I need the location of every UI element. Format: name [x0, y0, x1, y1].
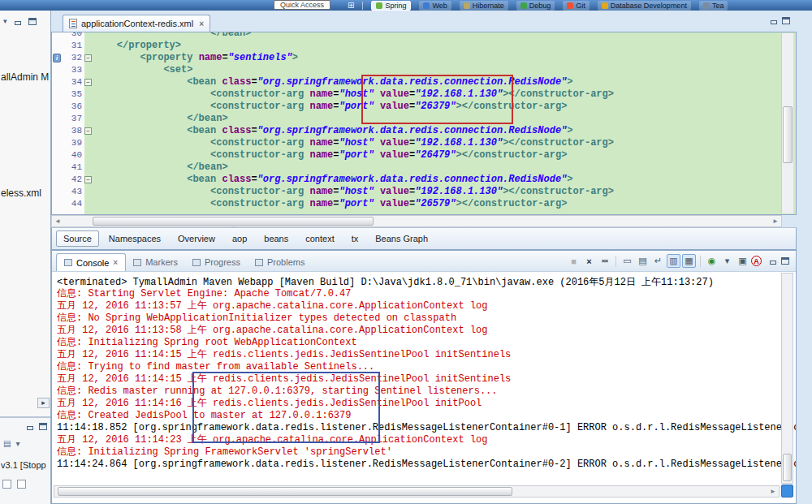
close-tab-icon[interactable]: ×	[199, 19, 204, 28]
fold-marker-icon[interactable]: −	[84, 127, 92, 135]
line-number: 30	[63, 32, 84, 40]
view-menu-icon[interactable]: ▾	[3, 17, 7, 25]
fold-marker-icon[interactable]: −	[84, 176, 92, 183]
editor-vertical-scrollbar[interactable]	[781, 33, 793, 213]
maximize-view-icon[interactable]	[39, 423, 47, 430]
console-tab-problems[interactable]: Problems	[248, 253, 312, 271]
fold-marker-icon[interactable]: −	[84, 54, 92, 62]
annotation-cell	[52, 137, 63, 149]
word-wrap-icon[interactable]: ↵	[651, 254, 665, 268]
code-token: name	[309, 101, 333, 112]
code-token: name	[199, 52, 222, 63]
servers-list-icon[interactable]: ▤	[3, 439, 11, 448]
annotation-rows: i	[52, 32, 63, 210]
maximize-view-icon[interactable]	[28, 18, 37, 25]
view-tab-overview[interactable]: Overview	[171, 230, 222, 247]
show-console-stderr-icon[interactable]: ▦	[682, 254, 696, 268]
editor-tab[interactable]: applicationContext-redis.xml ×	[63, 15, 210, 32]
code-line-44: <constructor-arg name="port" value="2657…	[93, 198, 780, 210]
server-icon[interactable]	[2, 480, 11, 489]
scroll-down-button[interactable]	[781, 485, 793, 498]
servers-bottom-icons	[2, 480, 26, 489]
perspective-button-database-development[interactable]: Database Development	[598, 1, 691, 11]
scrollbar-thumb[interactable]	[58, 487, 512, 496]
code-token	[374, 198, 380, 209]
open-console-dropdown-icon[interactable]: ▣	[736, 254, 749, 268]
minimize-icon[interactable]	[770, 17, 778, 24]
restore-panel-arrow-icon[interactable]: ▸	[37, 398, 50, 408]
toolbar-separator	[615, 256, 616, 267]
perspective-button-git[interactable]: Git	[563, 1, 590, 11]
perspective-button-web[interactable]: Web	[419, 1, 451, 11]
server-item[interactable]: v3.1 [Stopp	[1, 460, 46, 470]
view-tab-namespaces[interactable]: Namespaces	[102, 230, 168, 247]
scroll-right-icon[interactable]: ►	[767, 486, 779, 497]
perspective-button-debug[interactable]: Debug	[516, 1, 555, 11]
view-tab-beans[interactable]: beans	[257, 230, 296, 247]
blue-annotation-box	[192, 372, 380, 443]
maximize-icon[interactable]	[782, 17, 790, 24]
terminate-icon[interactable]: ■	[567, 254, 581, 268]
code-token: name	[309, 137, 333, 149]
annotation-cell	[52, 174, 63, 186]
console-output[interactable]: 信息: Starting Servlet Engine: Apache Tomc…	[57, 288, 796, 473]
fold-cell	[84, 186, 93, 198]
maximize-icon[interactable]	[781, 257, 789, 265]
code-token: "port"	[339, 198, 374, 209]
scroll-right-icon[interactable]: ►	[770, 216, 781, 226]
open-perspective-icon[interactable]: ⊞	[348, 1, 354, 11]
editor-tab-strip: applicationContext-redis.xml ×	[51, 11, 797, 32]
perspective-button-hibernate[interactable]: Hibernate	[460, 1, 508, 11]
open-console-icon[interactable]: A	[751, 256, 762, 266]
view-tab-tx[interactable]: tx	[344, 230, 366, 247]
view-tab-source[interactable]: Source	[56, 230, 99, 247]
code-line-30: </bean>	[93, 32, 780, 40]
minimize-view-icon[interactable]	[26, 423, 34, 430]
scroll-lock-icon[interactable]: ▤	[636, 254, 650, 268]
close-view-icon[interactable]: ×	[113, 258, 118, 267]
console-tab-markers[interactable]: Markers	[126, 253, 185, 271]
perspective-button-spring[interactable]: Spring	[371, 1, 411, 11]
clear-console-icon[interactable]: ▭	[620, 254, 634, 268]
console-tab-progress[interactable]: Progress	[185, 253, 248, 271]
console-line: 信息: Trying to find master from available…	[57, 361, 796, 373]
view-tab-aop[interactable]: aop	[225, 230, 254, 247]
remove-all-launches-icon[interactable]: ××	[598, 254, 611, 268]
scrollbar-thumb[interactable]: ···	[93, 217, 374, 226]
servers-menu-icon[interactable]: ▾	[15, 439, 19, 448]
pin-console-icon[interactable]: ◉	[705, 254, 719, 268]
annotation-cell	[52, 113, 63, 125]
fold-cell	[84, 137, 93, 149]
team-icon	[703, 2, 710, 9]
code-token: ></constructor-arg>	[456, 149, 568, 161]
top-toolbar: Quick Access ⊞ SpringWebHibernateDebugGi…	[0, 0, 812, 11]
show-console-stdout-icon[interactable]: ▥	[667, 254, 680, 268]
editor-horizontal-scrollbar[interactable]: ◄ ··· ►	[51, 215, 782, 227]
view-tab-context[interactable]: context	[298, 230, 341, 247]
fold-cell	[84, 113, 93, 125]
remove-launch-icon[interactable]: ×	[582, 254, 596, 268]
minimize-view-icon[interactable]	[14, 18, 22, 25]
code-token: "org.springframework.data.redis.connecti…	[257, 174, 568, 185]
fold-marker-icon[interactable]: −	[84, 79, 92, 86]
explorer-item[interactable]: allAdmin M	[1, 71, 49, 83]
xml-file-icon	[69, 19, 77, 28]
code-token: "org.springframework.data.redis.connecti…	[257, 125, 568, 136]
display-selected-console-icon[interactable]: ▾	[720, 254, 734, 268]
minimize-icon[interactable]	[769, 257, 777, 265]
fold-cell	[84, 198, 93, 210]
view-tab-beans-graph[interactable]: Beans Graph	[368, 230, 435, 247]
explorer-item[interactable]: eless.xml	[1, 187, 41, 199]
code-token: <constructor-arg	[210, 88, 309, 100]
server-state-icon[interactable]	[17, 480, 26, 489]
console-tab-console[interactable]: Console×	[56, 253, 126, 271]
fold-cell	[84, 88, 93, 101]
scrollbar-thumb[interactable]	[783, 106, 793, 163]
console-horizontal-scrollbar[interactable]: ◄ ►	[54, 485, 780, 498]
scroll-left-icon[interactable]: ◄	[52, 216, 63, 226]
scrollbar-thumb[interactable]	[783, 454, 792, 481]
perspective-button-tea[interactable]: Tea	[699, 1, 728, 11]
console-vertical-scrollbar[interactable]	[781, 273, 793, 484]
quick-access-button[interactable]: Quick Access	[274, 0, 330, 10]
code-token: "26579"	[415, 198, 456, 209]
